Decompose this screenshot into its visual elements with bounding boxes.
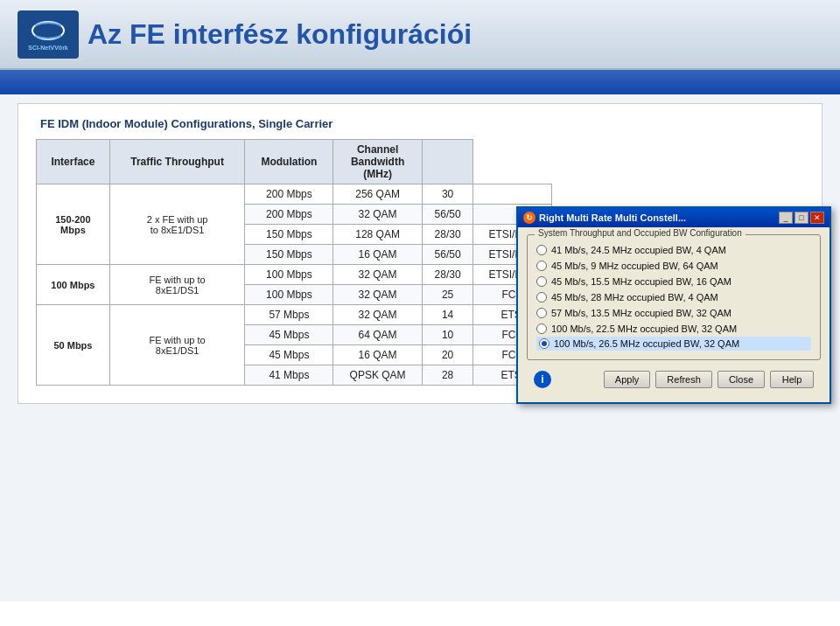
cell-mod-9: 16 QAM	[333, 345, 422, 365]
cell-bw-4: 56/50	[422, 245, 473, 265]
dialog-title: Right Multi Rate Multi Constell...	[539, 212, 686, 223]
blue-bar	[0, 70, 840, 94]
logo-area: SCI-NetVVörk	[18, 10, 79, 59]
refresh-button[interactable]: Refresh	[655, 371, 712, 388]
radio-circle-2[interactable]	[536, 261, 547, 271]
cell-speed-100: 100 Mbps	[37, 265, 110, 305]
cell-bw-8: 10	[422, 325, 473, 345]
cell-bw-10: 28	[422, 365, 473, 386]
header: SCI-NetVVörk Az FE interfész konfiguráci…	[0, 0, 840, 70]
cell-bw-9: 20	[422, 345, 473, 365]
dialog-titlebar: ↻ Right Multi Rate Multi Constell... _ □…	[518, 208, 830, 227]
group-box-title: System Throughput and Occupied BW Config…	[535, 228, 746, 238]
cell-tp-6: 100 Mbps	[245, 285, 333, 305]
close-button[interactable]: Close	[718, 371, 765, 388]
cell-bw-3: 28/30	[422, 225, 473, 245]
col-header-modulation: Modulation	[245, 140, 333, 184]
cell-tp-4: 150 Mbps	[245, 245, 333, 265]
main-content: FE IDM (Indoor Module) Configurations, S…	[0, 94, 840, 602]
radio-option-2[interactable]: 45 Mb/s, 9 MHz occupied BW, 64 QAM	[536, 258, 811, 274]
radio-option-4[interactable]: 45 Mb/s, 28 MHz occupied BW, 4 QAM	[536, 289, 811, 305]
cell-mod-2: 32 QAM	[333, 205, 422, 225]
radio-label-7: 100 Mb/s, 26.5 MHz occupied BW, 32 QAM	[554, 338, 739, 349]
info-icon: i	[534, 371, 551, 388]
table-row: 150-200Mbps 2 x FE with upto 8xE1/DS1 20…	[37, 184, 552, 205]
config-table: Interface Traffic Throughput Modulation …	[36, 139, 552, 386]
cell-bw-2: 56/50	[422, 205, 473, 225]
dialog-controls[interactable]: _ □ ✕	[779, 212, 824, 224]
table-row: 100 Mbps FE with up to8xE1/DS1 100 Mbps …	[37, 265, 552, 285]
refresh-icon: ↻	[523, 212, 536, 224]
radio-option-6[interactable]: 100 Mb/s, 22.5 MHz occupied BW, 32 QAM	[536, 321, 811, 337]
dialog-title-left: ↻ Right Multi Rate Multi Constell...	[523, 212, 686, 224]
radio-label-2: 45 Mb/s, 9 MHz occupied BW, 64 QAM	[551, 261, 718, 271]
radio-circle-7[interactable]	[539, 338, 550, 349]
table-row: 50 Mbps FE with up to8xE1/DS1 57 Mbps 32…	[37, 305, 552, 325]
cell-std-1	[473, 184, 552, 205]
group-box: System Throughput and Occupied BW Config…	[527, 234, 821, 360]
radio-circle-1[interactable]	[536, 245, 547, 255]
cell-mod-8: 64 QAM	[333, 325, 422, 345]
cell-tp-2: 200 Mbps	[245, 205, 333, 225]
apply-button[interactable]: Apply	[604, 371, 651, 388]
minimize-button[interactable]: _	[779, 212, 793, 224]
cell-mod-1: 256 QAM	[333, 184, 422, 205]
logo: SCI-NetVVörk	[18, 10, 79, 59]
radio-label-4: 45 Mb/s, 28 MHz occupied BW, 4 QAM	[551, 292, 718, 303]
col-header-bandwidth: ChannelBandwidth(MHz)	[333, 140, 422, 184]
dialog-footer: i Apply Refresh Close Help	[527, 367, 821, 395]
radio-circle-5[interactable]	[536, 308, 547, 318]
col-header-standard	[422, 140, 473, 184]
radio-label-6: 100 Mb/s, 22.5 MHz occupied BW, 32 QAM	[551, 323, 737, 334]
radio-label-5: 57 Mb/s, 13.5 MHz occupied BW, 32 QAM	[551, 308, 732, 318]
cell-mod-5: 32 QAM	[333, 265, 422, 285]
radio-label-3: 45 Mb/s, 15.5 MHz occupied BW, 16 QAM	[551, 276, 732, 287]
logo-text: SCI-NetVVörk	[28, 45, 68, 51]
page-title: Az FE interfész konfigurációi	[88, 18, 472, 51]
dialog-body: System Throughput and Occupied BW Config…	[518, 227, 830, 402]
logo-icon	[31, 18, 66, 43]
cell-tp-9: 45 Mbps	[245, 345, 333, 365]
cell-speed-50: 50 Mbps	[37, 305, 110, 386]
cell-mod-10: QPSK QAM	[333, 365, 422, 386]
cell-speed-150: 150-200Mbps	[37, 184, 110, 265]
cell-desc-50: FE with up to8xE1/DS1	[109, 305, 244, 386]
radio-circle-4[interactable]	[536, 292, 547, 303]
cell-bw-5: 28/30	[422, 265, 473, 285]
cell-mod-4: 16 QAM	[333, 245, 422, 265]
cell-tp-10: 41 Mbps	[245, 365, 333, 386]
cell-mod-7: 32 QAM	[333, 305, 422, 325]
cell-tp-3: 150 Mbps	[245, 225, 333, 245]
radio-label-1: 41 Mb/s, 24.5 MHz occupied BW, 4 QAM	[551, 245, 726, 255]
radio-option-5[interactable]: 57 Mb/s, 13.5 MHz occupied BW, 32 QAM	[536, 305, 811, 321]
cell-desc-100: FE with up to8xE1/DS1	[109, 265, 244, 305]
col-header-throughput: Traffic Throughput	[109, 140, 244, 184]
dialog-window: ↻ Right Multi Rate Multi Constell... _ □…	[516, 206, 831, 404]
cell-tp-8: 45 Mbps	[245, 325, 333, 345]
help-button[interactable]: Help	[770, 371, 814, 388]
radio-circle-6[interactable]	[536, 323, 547, 334]
maximize-button[interactable]: □	[794, 212, 808, 224]
cell-bw-7: 14	[422, 305, 473, 325]
cell-mod-3: 128 QAM	[333, 225, 422, 245]
cell-bw-1: 30	[422, 184, 473, 205]
radio-option-7[interactable]: 100 Mb/s, 26.5 MHz occupied BW, 32 QAM	[536, 337, 811, 351]
cell-mod-6: 32 QAM	[333, 285, 422, 305]
cell-bw-6: 25	[422, 285, 473, 305]
col-header-interface: Interface	[37, 140, 110, 184]
cell-desc-150: 2 x FE with upto 8xE1/DS1	[109, 184, 244, 265]
cell-tp-5: 100 Mbps	[245, 265, 333, 285]
radio-option-3[interactable]: 45 Mb/s, 15.5 MHz occupied BW, 16 QAM	[536, 274, 811, 289]
radio-option-1[interactable]: 41 Mb/s, 24.5 MHz occupied BW, 4 QAM	[536, 242, 811, 258]
radio-circle-3[interactable]	[536, 276, 547, 287]
cell-tp-1: 200 Mbps	[245, 184, 333, 205]
window-close-button[interactable]: ✕	[810, 212, 824, 224]
slide-subtitle: FE IDM (Indoor Module) Configurations, S…	[36, 117, 804, 130]
cell-tp-7: 57 Mbps	[245, 305, 333, 325]
